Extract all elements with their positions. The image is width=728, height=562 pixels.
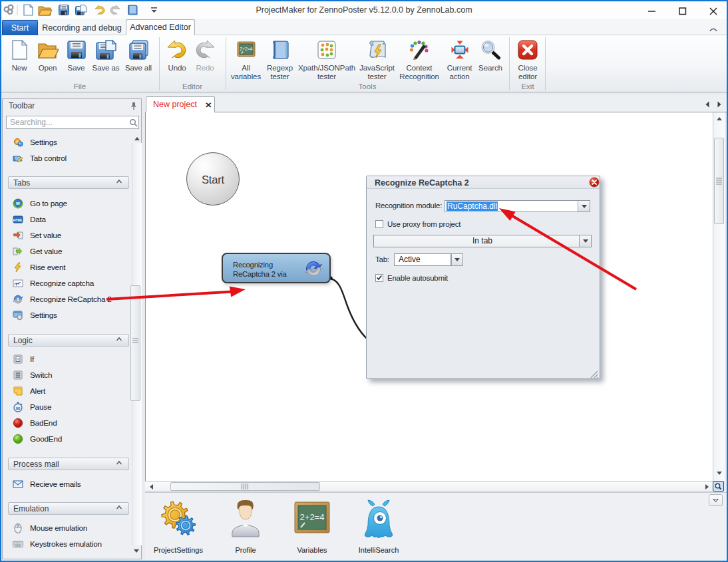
svg-text:00: 00 bbox=[16, 406, 21, 410]
svg-text:2+2=4: 2+2=4 bbox=[240, 47, 253, 51]
svg-text:w: w bbox=[15, 200, 20, 206]
svg-text:HTML: HTML bbox=[13, 218, 23, 222]
svg-text:2+2=4: 2+2=4 bbox=[300, 512, 325, 522]
